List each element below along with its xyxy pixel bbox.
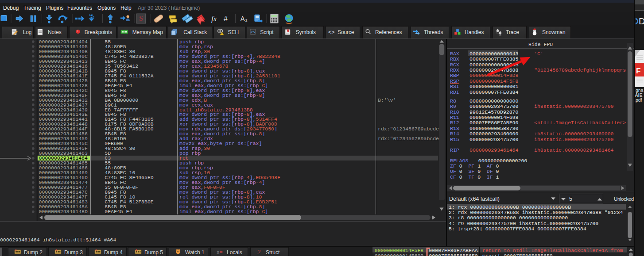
svg-text:#: # [224,15,228,23]
svg-text:x: x [217,250,220,255]
svg-text:<>: <> [328,30,334,36]
svg-text:z: z [245,18,248,23]
svg-text:<>: <> [251,31,256,35]
svg-text:2: 2 [257,249,260,256]
svg-text:A: A [241,15,245,22]
svg-text:fx: fx [211,15,217,23]
svg-text:=: = [220,250,223,255]
svg-text:S: S [139,15,143,22]
svg-text:F: F [636,67,640,75]
